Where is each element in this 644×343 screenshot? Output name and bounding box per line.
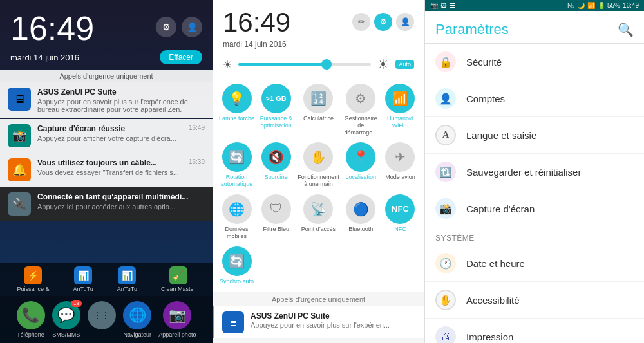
tile-label-bluetooth: Bluetooth bbox=[348, 226, 373, 233]
tile-icon-nfc: NFC bbox=[385, 194, 415, 224]
dock-browser[interactable]: 🌐 Navigateur bbox=[123, 301, 151, 338]
qs-edit-icon[interactable]: ✏ bbox=[352, 13, 370, 31]
settings-item-langue[interactable]: A Langue et saisie bbox=[425, 117, 644, 154]
notif-icon-cable: 🔔 bbox=[8, 158, 31, 181]
status-battery-icon: 🔋 55% bbox=[598, 2, 620, 9]
tile-icon-avion: ✈ bbox=[385, 142, 415, 172]
user-icon[interactable]: 👤 bbox=[182, 17, 202, 37]
tile-label-synchro: Synchro auto bbox=[220, 278, 254, 285]
tile-icon-data: 🌐 bbox=[222, 194, 252, 224]
dock-apps[interactable]: ⋮⋮ bbox=[88, 301, 116, 338]
app-icon-antutu1: 📊 bbox=[74, 266, 92, 284]
tile-label-wifi: Humanoid WiFi 5 bbox=[383, 115, 418, 129]
settings-icon-securite: 🔒 bbox=[435, 51, 456, 72]
tile-localisation[interactable]: 📍 Localisation bbox=[342, 140, 380, 190]
notif-item-asus[interactable]: 🖥 ASUS ZenUI PC Suite Appuyez pour en sa… bbox=[0, 82, 213, 118]
tile-bluetooth[interactable]: 🔵 Bluetooth bbox=[342, 192, 380, 243]
tile-unemain[interactable]: ✋ Fonctionnement à une main bbox=[296, 140, 341, 190]
qs-notif-icon-asus: 🖥 bbox=[222, 311, 244, 333]
lock-date-row: mardi 14 juin 2016 Effacer bbox=[0, 50, 213, 70]
apps-strip-antutu2[interactable]: 📊 AnTuTu bbox=[117, 266, 137, 292]
settings-icon-date: 🕐 bbox=[435, 253, 456, 273]
notif-title-asus: ASUS ZenUI PC Suite bbox=[37, 88, 205, 97]
tile-icon-localisation: 📍 bbox=[346, 142, 375, 172]
tile-data[interactable]: 🌐 Données mobiles bbox=[218, 192, 256, 243]
tile-lampe[interactable]: 💡 Lampe torche bbox=[218, 81, 256, 138]
settings-item-comptes[interactable]: 👤 Comptes bbox=[425, 80, 644, 117]
notif-title-cable: Vous utilisez toujours un câble... bbox=[37, 158, 182, 167]
qs-settings-icon[interactable]: ⚙ bbox=[374, 13, 392, 31]
settings-title: Paramètres bbox=[435, 21, 509, 38]
notif-text-cable: Vous utilisez toujours un câble... Vous … bbox=[37, 158, 182, 176]
brightness-slider[interactable] bbox=[238, 63, 371, 66]
tile-puissance[interactable]: >1 GB Puissance & optimisation bbox=[257, 81, 295, 138]
tile-icon-calculatrice: 🔢 bbox=[303, 84, 333, 113]
tile-sourdine[interactable]: 🔇 Sourdine bbox=[257, 140, 295, 190]
tile-calculatrice[interactable]: 🔢 Calculatrice bbox=[296, 81, 341, 138]
tile-point-acces[interactable]: 📡 Point d'accès bbox=[296, 192, 341, 243]
sms-badge: 13 bbox=[71, 300, 82, 307]
dock-label-sms: SMS/MMS bbox=[52, 331, 80, 338]
tile-label-sourdine: Sourdine bbox=[265, 174, 288, 181]
tile-avion[interactable]: ✈ Mode avion bbox=[381, 140, 419, 190]
settings-label-accessibilite: Accessibilité bbox=[466, 295, 520, 306]
apps-strip-antutu1[interactable]: 📊 AnTuTu bbox=[73, 266, 93, 292]
tile-label-gestionnaire: Gestionnaire de démarrage... bbox=[343, 115, 379, 136]
tile-icon-puissance: >1 GB bbox=[261, 84, 291, 113]
notif-title-capture: Capture d'écran réussie bbox=[37, 124, 182, 133]
auto-brightness-button[interactable]: Auto bbox=[395, 60, 414, 69]
qs-urgent-bar: Appels d'urgence uniquement bbox=[213, 292, 424, 306]
settings-item-impression[interactable]: 🖨 Impression bbox=[425, 319, 644, 343]
status-menu-icon: ☰ bbox=[450, 2, 455, 9]
settings-item-securite[interactable]: 🔒 Sécurité bbox=[425, 44, 644, 80]
notif-item-capture[interactable]: 📸 Capture d'écran réussie Appuyez pour a… bbox=[0, 119, 213, 153]
settings-label-securite: Sécurité bbox=[466, 57, 502, 68]
settings-item-accessibilite[interactable]: ✋ Accessibilité bbox=[425, 282, 644, 319]
settings-label-impression: Impression bbox=[466, 331, 513, 342]
notif-item-usb[interactable]: 🔌 Connecté en tant qu'appareil multimédi… bbox=[0, 187, 213, 221]
notif-item-cable[interactable]: 🔔 Vous utilisez toujours un câble... Vou… bbox=[0, 153, 213, 187]
settings-icon[interactable]: ⚙ bbox=[156, 17, 176, 37]
qs-time: 16:49 bbox=[223, 9, 290, 36]
settings-label-comptes: Comptes bbox=[466, 93, 505, 104]
tile-gestionnaire[interactable]: ⚙ Gestionnaire de démarrage... bbox=[342, 81, 380, 138]
lock-date: mardi 14 juin 2016 bbox=[10, 53, 79, 62]
status-left-icons: 📷 🖼 ☰ bbox=[430, 2, 455, 9]
tile-synchro[interactable]: 🔄 Synchro auto bbox=[218, 244, 256, 288]
notif-title-usb: Connecté en tant qu'appareil multimédi..… bbox=[37, 192, 205, 201]
tile-label-unemain: Fonctionnement à une main bbox=[298, 174, 339, 188]
tile-label-avion: Mode avion bbox=[385, 174, 415, 181]
status-time: 16:49 bbox=[623, 2, 639, 9]
clear-button[interactable]: Effacer bbox=[160, 50, 202, 64]
dock-phone[interactable]: 📞 Téléphone bbox=[17, 301, 45, 338]
settings-list: 🔒 Sécurité 👤 Comptes A Langue et saisie … bbox=[425, 44, 644, 343]
qs-notif-list: 🖥 ASUS ZenUI PC Suite Appuyez pour en sa… bbox=[213, 306, 424, 343]
apps-strip: ⚡ Puissance & 📊 AnTuTu 📊 AnTuTu 🧹 Clean … bbox=[0, 263, 213, 296]
tile-icon-gestionnaire: ⚙ bbox=[346, 84, 375, 113]
settings-item-capture[interactable]: 📸 Capture d'écran bbox=[425, 190, 644, 227]
section-label-systeme: Système bbox=[425, 227, 644, 245]
dock-bar: 📞 Téléphone 💬 13 SMS/MMS ⋮⋮ 🌐 Navigateur… bbox=[0, 296, 213, 343]
tile-rotation[interactable]: 🔄 Rotation automatique bbox=[218, 140, 256, 190]
qs-notif-text-asus: ASUS ZenUI PC Suite Appuyez pour en savo… bbox=[251, 311, 417, 329]
tile-label-data: Données mobiles bbox=[219, 226, 254, 240]
qs-notif-asus[interactable]: 🖥 ASUS ZenUI PC Suite Appuyez pour en sa… bbox=[213, 306, 424, 338]
tile-filtre[interactable]: 🛡 Filtre Bleu bbox=[257, 192, 295, 243]
settings-item-date[interactable]: 🕐 Date et heure bbox=[425, 245, 644, 282]
apps-strip-clean[interactable]: 🧹 Clean Master bbox=[161, 266, 196, 292]
lock-icons: ⚙ 👤 bbox=[156, 17, 202, 37]
app-label-puissance: Puissance & bbox=[17, 286, 49, 292]
notif-desc-asus: Appuyez pour en savoir plus sur l'expéri… bbox=[37, 98, 205, 113]
dock-camera[interactable]: 📷 Appareil photo bbox=[158, 301, 196, 338]
apps-strip-puissance[interactable]: ⚡ Puissance & bbox=[17, 266, 49, 292]
qs-user-icon[interactable]: 👤 bbox=[396, 13, 414, 31]
settings-label-langue: Langue et saisie bbox=[466, 130, 536, 141]
tile-icon-lampe: 💡 bbox=[222, 84, 252, 113]
notif-icon-capture: 📸 bbox=[8, 124, 31, 147]
tile-wifi[interactable]: 📶 Humanoid WiFi 5 bbox=[381, 81, 419, 138]
tile-label-filtre: Filtre Bleu bbox=[263, 226, 289, 233]
tile-nfc[interactable]: NFC NFC bbox=[381, 192, 419, 243]
search-button[interactable]: 🔍 bbox=[618, 22, 634, 37]
dock-sms[interactable]: 💬 13 SMS/MMS bbox=[52, 301, 80, 338]
settings-item-sauvegarder[interactable]: 🔃 Sauvegarder et réinitialiser bbox=[425, 154, 644, 190]
